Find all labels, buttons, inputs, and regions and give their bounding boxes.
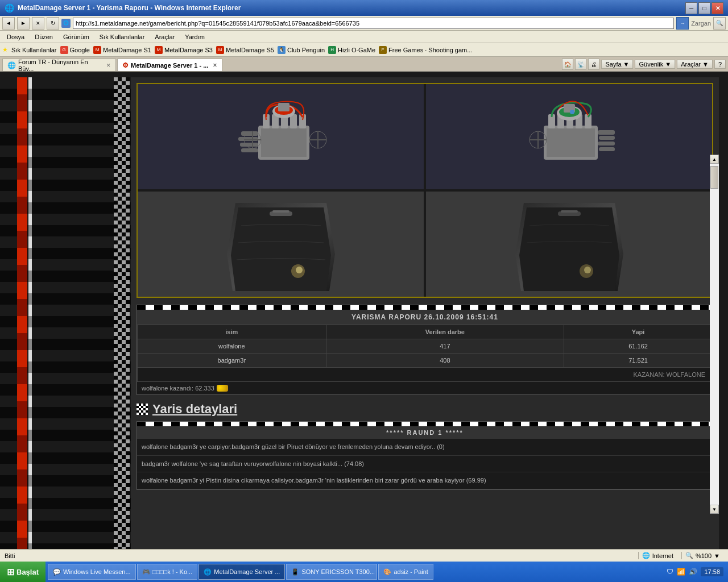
menu-dosya[interactable]: Dosya xyxy=(2,32,29,41)
page-content[interactable]: YARISMA RAPORU 26.10.2009 16:51:41 isim … xyxy=(131,77,719,549)
status-text: Bitti xyxy=(5,552,15,559)
taskbar-item-metaldamage[interactable]: 🌐 MetalDamage Server ... xyxy=(198,564,285,580)
taskbar-md-label: MetalDamage Server ... xyxy=(214,568,280,575)
scroll-thumb[interactable] xyxy=(710,166,718,189)
hood-right-svg xyxy=(512,197,626,291)
svg-rect-9 xyxy=(240,143,258,147)
search-button[interactable]: 🔍 xyxy=(713,17,726,30)
tab-md-close[interactable]: ✕ xyxy=(213,63,217,68)
md-s5-favicon: M xyxy=(216,46,224,54)
sony-icon: 📱 xyxy=(291,568,299,576)
address-bar: ◄ ► ✕ ↻ 🌐 → Zargan 🔍 xyxy=(0,16,728,31)
rss-button[interactable]: 📡 xyxy=(575,59,586,70)
race-details-title: Yaris detaylari xyxy=(136,402,713,417)
svg-point-49 xyxy=(584,267,591,273)
search-label: Zargan xyxy=(691,20,711,27)
ie-icon: 🌐 xyxy=(5,3,14,13)
print-button[interactable]: 🖨 xyxy=(588,59,599,70)
taskbar-ko-label: □□□□k ! - Ko... xyxy=(152,568,193,575)
scroll-bar[interactable]: ▲ ▼ xyxy=(710,155,719,514)
go-button[interactable]: → xyxy=(676,17,689,30)
player2-damage: 408 xyxy=(326,354,564,368)
tab-metaldamage[interactable]: ⚙ MetalDamage Server 1 - ... ✕ xyxy=(117,59,222,71)
svg-rect-30 xyxy=(599,147,615,151)
round-checker-header xyxy=(137,422,713,426)
race-title: YARISMA RAPORU 26.10.2009 16:51:41 xyxy=(137,310,713,325)
checker-flag-icon xyxy=(136,404,148,415)
taskbar-item-sony[interactable]: 📱 SONY ERICSSON T300... xyxy=(286,564,377,580)
araclar-button[interactable]: Araçlar ▼ xyxy=(677,60,713,69)
fav-md-s3[interactable]: M MetalDamage S3 xyxy=(155,46,213,54)
winner-row: KAZANAN: WOLFALONE xyxy=(138,368,713,382)
fav-club-penguin[interactable]: 🐧 Club Penguin xyxy=(278,46,325,54)
tab-forum-label: Forum TR - Dünyanın En Büy... xyxy=(18,59,102,71)
fav-md-s5[interactable]: M MetalDamage S5 xyxy=(216,46,274,54)
help-button[interactable]: ? xyxy=(714,60,726,69)
url-input[interactable] xyxy=(73,18,674,29)
forward-button[interactable]: ► xyxy=(17,17,30,30)
race-report-checker-header xyxy=(137,305,713,310)
fav-hizli[interactable]: H Hizli O-GaMe xyxy=(328,46,375,54)
svg-rect-21 xyxy=(547,128,595,157)
menu-sik[interactable]: Sık Kullanılanlar xyxy=(95,32,150,41)
sayfa-button[interactable]: Sayfa ▼ xyxy=(601,60,633,69)
hizli-favicon: H xyxy=(328,46,336,54)
tab-forum[interactable]: 🌐 Forum TR - Dünyanın En Büy... ✕ xyxy=(2,59,116,71)
md-s1-favicon: M xyxy=(93,46,101,54)
col-damage: Verilen darbe xyxy=(326,325,564,339)
svg-rect-10 xyxy=(241,148,258,152)
taskbar-item-ko[interactable]: 🎮 □□□□k ! - Ko... xyxy=(137,564,198,580)
race-details-section: Yaris detaylari ***** RAUND 1 ***** wolf… xyxy=(136,402,713,490)
start-button[interactable]: ⊞ Başlat xyxy=(0,562,46,582)
browser-content: YARISMA RAPORU 26.10.2009 16:51:41 isim … xyxy=(0,77,719,549)
fav-md-s1[interactable]: M MetalDamage S1 xyxy=(93,46,151,54)
scroll-down-arrow[interactable]: ▼ xyxy=(710,505,719,514)
status-right: 🌐 Internet 🔍 %100 ▼ xyxy=(638,552,723,559)
title-bar-left: 🌐 MetalDamage Server 1 - Yarisma Raporu … xyxy=(5,3,241,13)
engine-red-svg xyxy=(224,92,338,182)
cp-favicon: 🐧 xyxy=(278,46,286,54)
google-favicon: G xyxy=(60,46,68,54)
status-zone: 🌐 Internet xyxy=(638,552,677,559)
refresh-button[interactable]: ↻ xyxy=(47,17,59,30)
clock: 17:58 xyxy=(701,567,723,576)
restore-button[interactable]: □ xyxy=(698,2,710,14)
winner-cell: KAZANAN: WOLFALONE xyxy=(138,368,713,382)
svg-rect-27 xyxy=(598,130,615,135)
back-button[interactable]: ◄ xyxy=(2,17,15,30)
fav-google[interactable]: G Google xyxy=(60,46,90,54)
engine-green-svg xyxy=(512,92,626,182)
tab-bar: 🌐 Forum TR - Dünyanın En Büy... ✕ ⚙ Meta… xyxy=(0,57,728,72)
araclar-label: Araçlar xyxy=(681,61,701,68)
red-stripe xyxy=(17,77,27,549)
home-button[interactable]: 🏠 xyxy=(562,59,573,70)
menu-duzen[interactable]: Düzen xyxy=(30,32,57,41)
guvenlik-button[interactable]: Güvenlik ▼ xyxy=(635,60,675,69)
menu-gorunum[interactable]: Görünüm xyxy=(59,32,94,41)
car-cell-hood-right xyxy=(426,192,712,297)
favorites-bar: ★ Sık Kullanılanlar G Google M MetalDama… xyxy=(0,43,728,57)
tab-forum-close[interactable]: ✕ xyxy=(106,63,111,68)
stop-button[interactable]: ✕ xyxy=(32,17,44,30)
internet-icon: 🌐 xyxy=(642,552,650,559)
taskbar-item-messenger[interactable]: 💬 Windows Live Messen... xyxy=(48,564,136,580)
menu-yardim[interactable]: Yardım xyxy=(180,32,209,41)
minimize-button[interactable]: ─ xyxy=(685,2,697,14)
white-stripe xyxy=(28,77,32,549)
race-event-2: badgam3r wolfalone 'ye sag taraftan vuru… xyxy=(137,456,713,473)
menu-araclar[interactable]: Araçlar xyxy=(150,32,179,41)
taskbar-item-paint[interactable]: 🎨 adsiz - Paint xyxy=(378,564,433,580)
guvenlik-label: Güvenlik xyxy=(639,61,663,68)
start-label: Başlat xyxy=(16,568,39,576)
table-row: badgam3r 408 71.521 xyxy=(138,354,713,368)
close-button[interactable]: ✕ xyxy=(712,2,723,14)
taskbar-sony-label: SONY ERICSSON T300... xyxy=(301,568,375,575)
windows-logo-icon: ⊞ xyxy=(7,567,14,577)
fav-free-games[interactable]: F Free Games · Shooting gam... xyxy=(379,46,472,54)
fg-favicon: F xyxy=(379,46,387,54)
taskbar-items: 💬 Windows Live Messen... 🎮 □□□□k ! - Ko.… xyxy=(46,563,662,581)
ie-taskbar-icon: 🌐 xyxy=(204,568,212,576)
race-event-3: wolfalone badgam3r yi Pistin disina cika… xyxy=(137,472,713,489)
fav-google-label: Google xyxy=(70,47,90,53)
scroll-up-arrow[interactable]: ▲ xyxy=(710,155,719,164)
